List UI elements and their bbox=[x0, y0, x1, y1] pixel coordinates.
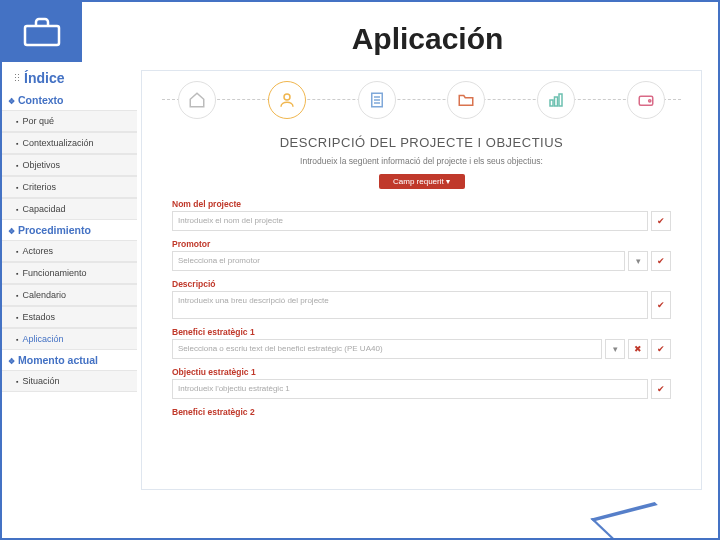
step-document[interactable] bbox=[358, 81, 396, 119]
home-icon bbox=[188, 91, 206, 109]
input-objectiu1[interactable]: Introdueix l'objectiu estratègic 1 bbox=[172, 379, 648, 399]
sidebar-item-capacidad[interactable]: Capacidad bbox=[2, 198, 137, 220]
form-subheading: Introdueix la següent informació del pro… bbox=[172, 156, 671, 166]
sidebar-item-calendario[interactable]: Calendario bbox=[2, 284, 137, 306]
sidebar-title: Índice bbox=[2, 62, 137, 90]
sidebar-item-porque[interactable]: Por qué bbox=[2, 110, 137, 132]
label-benefici1: Benefici estratègic 1 bbox=[172, 327, 671, 337]
sidebar-item-objetivos[interactable]: Objetivos bbox=[2, 154, 137, 176]
sidebar: Índice Contexto Por qué Contextualizació… bbox=[2, 2, 137, 538]
step-wallet[interactable] bbox=[627, 81, 665, 119]
decorative-accent bbox=[590, 502, 685, 540]
logo-box bbox=[2, 2, 82, 62]
sidebar-item-contextualizacion[interactable]: Contextualización bbox=[2, 132, 137, 154]
folder-icon bbox=[457, 91, 475, 109]
select-benefici1[interactable]: Selecciona o escriu text del benefici es… bbox=[172, 339, 602, 359]
dropdown-button[interactable]: ▾ bbox=[628, 251, 648, 271]
field-objectiu1: Objectiu estratègic 1 Introdueix l'objec… bbox=[172, 367, 671, 399]
label-descripcio: Descripció bbox=[172, 279, 671, 289]
sidebar-item-criterios[interactable]: Criterios bbox=[2, 176, 137, 198]
check-button[interactable]: ✔ bbox=[651, 339, 671, 359]
step-home[interactable] bbox=[178, 81, 216, 119]
label-objectiu1: Objectiu estratègic 1 bbox=[172, 367, 671, 377]
check-button[interactable]: ✔ bbox=[651, 379, 671, 399]
user-icon bbox=[278, 91, 296, 109]
step-user[interactable] bbox=[268, 81, 306, 119]
dropdown-button[interactable]: ▾ bbox=[605, 339, 625, 359]
app-body: DESCRIPCIÓ DEL PROJECTE I OBJECTIUS Intr… bbox=[142, 125, 701, 435]
document-icon bbox=[368, 91, 386, 109]
check-button[interactable]: ✔ bbox=[651, 251, 671, 271]
required-pill: Camp requerit ▾ bbox=[379, 174, 465, 189]
svg-rect-7 bbox=[555, 97, 558, 106]
svg-rect-8 bbox=[559, 94, 562, 106]
check-button[interactable]: ✔ bbox=[651, 211, 671, 231]
textarea-descripcio[interactable]: Introdueix una breu descripció del proje… bbox=[172, 291, 648, 319]
field-nom: Nom del projecte Introdueix el nom del p… bbox=[172, 199, 671, 231]
svg-point-10 bbox=[649, 100, 651, 102]
label-benefici2: Benefici estratègic 2 bbox=[172, 407, 671, 417]
field-benefici2: Benefici estratègic 2 bbox=[172, 407, 671, 417]
sidebar-item-estados[interactable]: Estados bbox=[2, 306, 137, 328]
app-screenshot: DESCRIPCIÓ DEL PROJECTE I OBJECTIUS Intr… bbox=[141, 70, 702, 490]
sidebar-item-situacion[interactable]: Situación bbox=[2, 370, 137, 392]
section-procedimiento[interactable]: Procedimiento bbox=[2, 220, 137, 240]
svg-rect-0 bbox=[25, 26, 59, 45]
check-button[interactable]: ✔ bbox=[651, 291, 671, 319]
form-heading: DESCRIPCIÓ DEL PROJECTE I OBJECTIUS bbox=[172, 135, 671, 150]
wizard-steps bbox=[142, 71, 701, 125]
section-contexto[interactable]: Contexto bbox=[2, 90, 137, 110]
field-benefici1: Benefici estratègic 1 Selecciona o escri… bbox=[172, 327, 671, 359]
section-momento[interactable]: Momento actual bbox=[2, 350, 137, 370]
page-title: Aplicación bbox=[137, 2, 718, 64]
sidebar-item-actores[interactable]: Actores bbox=[2, 240, 137, 262]
briefcase-icon bbox=[22, 16, 62, 48]
select-promotor[interactable]: Selecciona el promotor bbox=[172, 251, 625, 271]
step-chart[interactable] bbox=[537, 81, 575, 119]
clear-button[interactable]: ✖ bbox=[628, 339, 648, 359]
label-promotor: Promotor bbox=[172, 239, 671, 249]
sidebar-item-funcionamiento[interactable]: Funcionamiento bbox=[2, 262, 137, 284]
field-descripcio: Descripció Introdueix una breu descripci… bbox=[172, 279, 671, 319]
label-nom: Nom del projecte bbox=[172, 199, 671, 209]
svg-rect-6 bbox=[550, 100, 553, 106]
sidebar-item-aplicacion[interactable]: Aplicación bbox=[2, 328, 137, 350]
svg-point-1 bbox=[284, 94, 290, 100]
chart-icon bbox=[547, 91, 565, 109]
input-nom[interactable]: Introdueix el nom del projecte bbox=[172, 211, 648, 231]
step-folder[interactable] bbox=[447, 81, 485, 119]
main: Aplicación DESCRIPCIÓ DEL PROJECTE I OBJ… bbox=[137, 2, 718, 538]
field-promotor: Promotor Selecciona el promotor ▾ ✔ bbox=[172, 239, 671, 271]
wallet-icon bbox=[637, 91, 655, 109]
